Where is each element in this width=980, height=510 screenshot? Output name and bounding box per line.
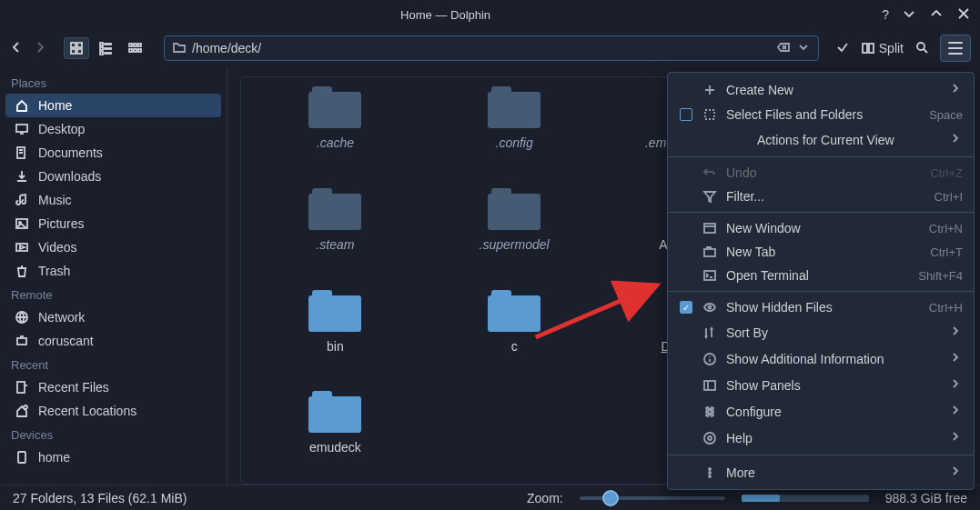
split-button[interactable]: Split xyxy=(861,41,904,55)
svg-rect-28 xyxy=(18,452,25,463)
svg-rect-31 xyxy=(704,249,715,256)
sidebar-heading: Devices xyxy=(5,423,221,445)
forward-button[interactable] xyxy=(33,40,47,57)
folder-item[interactable]: .config xyxy=(429,86,600,170)
menu-item-configure[interactable]: Configure xyxy=(668,398,974,425)
svg-point-38 xyxy=(708,436,712,440)
accept-icon[interactable] xyxy=(835,40,850,57)
folder-item[interactable]: emudeck xyxy=(250,391,420,475)
folder-label: c xyxy=(511,339,518,354)
terminal-icon xyxy=(702,268,717,283)
sidebar-item-videos[interactable]: Videos xyxy=(5,235,221,259)
menu-item-undo[interactable]: UndoCtrl+Z xyxy=(668,161,974,185)
svg-rect-26 xyxy=(17,382,25,393)
sidebar-item-desktop[interactable]: Desktop xyxy=(5,117,221,141)
music-icon xyxy=(15,193,29,207)
menu-item-create-new[interactable]: Create New xyxy=(668,76,974,103)
folder-label: bin xyxy=(327,339,344,354)
hamburger-menu: Create NewSelect Files and FoldersSpaceA… xyxy=(667,72,975,490)
details-view-button[interactable] xyxy=(122,37,147,59)
status-summary: 27 Folders, 13 Files (62.1 MiB) xyxy=(13,491,187,505)
pictures-icon xyxy=(15,216,29,231)
svg-rect-9 xyxy=(105,53,111,54)
menu-shortcut: Ctrl+T xyxy=(930,245,963,259)
menu-item-select-files-and-folders[interactable]: Select Files and FoldersSpace xyxy=(668,103,974,126)
svg-rect-32 xyxy=(704,271,715,280)
maximize-icon[interactable] xyxy=(929,6,944,24)
location-bar[interactable] xyxy=(164,35,819,61)
search-icon[interactable] xyxy=(914,40,929,57)
clear-path-icon[interactable] xyxy=(776,40,791,57)
sidebar-item-network[interactable]: Network xyxy=(5,305,221,329)
folder-item[interactable]: bin xyxy=(250,290,420,374)
chevron-right-icon xyxy=(948,81,963,98)
svg-rect-14 xyxy=(134,49,136,52)
folder-item[interactable]: .supermodel xyxy=(429,188,600,272)
sidebar-item-trash[interactable]: Trash xyxy=(5,259,221,283)
folder-icon xyxy=(488,86,541,128)
help-icon xyxy=(702,431,717,445)
folder-label: emudeck xyxy=(309,440,361,455)
icons-view-button[interactable] xyxy=(64,37,89,59)
documents-icon xyxy=(15,145,29,160)
sidebar-item-home[interactable]: Home xyxy=(5,94,221,117)
svg-rect-35 xyxy=(704,381,715,390)
menu-item-sort-by[interactable]: Sort By xyxy=(668,319,974,345)
menu-item-actions-for-current-view[interactable]: Actions for Current View xyxy=(668,126,974,153)
help-icon[interactable]: ? xyxy=(882,7,889,22)
sidebar-item-coruscant[interactable]: coruscant xyxy=(5,329,221,353)
zoom-slider[interactable] xyxy=(580,496,725,500)
menu-item-show-additional-information[interactable]: Show Additional Information xyxy=(668,345,974,372)
minimize-icon[interactable] xyxy=(902,6,916,24)
sidebar-item-pictures[interactable]: Pictures xyxy=(5,212,221,235)
sidebar-item-label: Recent Locations xyxy=(38,404,136,418)
menu-shortcut: Ctrl+N xyxy=(929,222,963,235)
sidebar-item-downloads[interactable]: Downloads xyxy=(5,165,221,188)
folder-icon xyxy=(308,391,361,433)
sidebar-item-label: Documents xyxy=(38,145,103,160)
info-icon xyxy=(702,352,717,366)
menu-item-show-panels[interactable]: Show Panels xyxy=(668,372,974,398)
sidebar-item-label: Trash xyxy=(38,264,70,278)
free-space-label: 988.3 GiB free xyxy=(885,491,967,505)
svg-rect-3 xyxy=(77,49,82,54)
path-input[interactable] xyxy=(192,41,776,55)
folder-icon xyxy=(308,290,361,332)
menu-item-new-window[interactable]: New WindowCtrl+N xyxy=(668,216,974,240)
videos-icon xyxy=(15,240,29,255)
menu-item-help[interactable]: Help xyxy=(668,425,974,451)
sidebar-item-recent-files[interactable]: Recent Files xyxy=(5,375,221,399)
back-button[interactable] xyxy=(9,40,24,57)
chevron-right-icon xyxy=(948,403,963,420)
sidebar-item-label: coruscant xyxy=(38,334,94,348)
folder-item[interactable]: .cache xyxy=(250,86,420,170)
compact-view-button[interactable] xyxy=(93,37,118,59)
filter-icon xyxy=(702,189,717,204)
close-icon[interactable] xyxy=(956,6,971,24)
svg-line-42 xyxy=(530,285,662,337)
sidebar-item-recent-locations[interactable]: Recent Locations xyxy=(5,399,221,423)
menu-label: Actions for Current View xyxy=(757,133,939,147)
menu-item-show-hidden-files[interactable]: Show Hidden FilesCtrl+H xyxy=(668,295,974,319)
desktop-icon xyxy=(15,122,29,136)
svg-rect-2 xyxy=(71,49,76,54)
device-icon xyxy=(15,450,29,465)
sidebar-item-music[interactable]: Music xyxy=(5,188,221,212)
menu-checkbox xyxy=(679,108,693,121)
folder-item[interactable]: .steam xyxy=(250,188,420,272)
sort-icon xyxy=(702,325,717,340)
menu-item-more[interactable]: More xyxy=(668,459,974,485)
sidebar-item-documents[interactable]: Documents xyxy=(5,141,221,165)
svg-rect-8 xyxy=(100,52,103,55)
sidebar-item-home[interactable]: home xyxy=(5,445,221,469)
menu-item-open-terminal[interactable]: Open TerminalShift+F4 xyxy=(668,264,974,287)
menu-label: New Tab xyxy=(726,245,921,259)
menu-item-new-tab[interactable]: New TabCtrl+T xyxy=(668,240,974,264)
hamburger-menu-button[interactable] xyxy=(940,35,971,62)
chevron-right-icon xyxy=(948,429,963,446)
undo-icon xyxy=(702,165,717,180)
path-dropdown-icon[interactable] xyxy=(796,40,811,57)
sidebar-item-label: Recent Files xyxy=(38,380,109,395)
plus-icon xyxy=(702,83,717,97)
menu-item-filter-[interactable]: Filter...Ctrl+I xyxy=(668,185,974,208)
